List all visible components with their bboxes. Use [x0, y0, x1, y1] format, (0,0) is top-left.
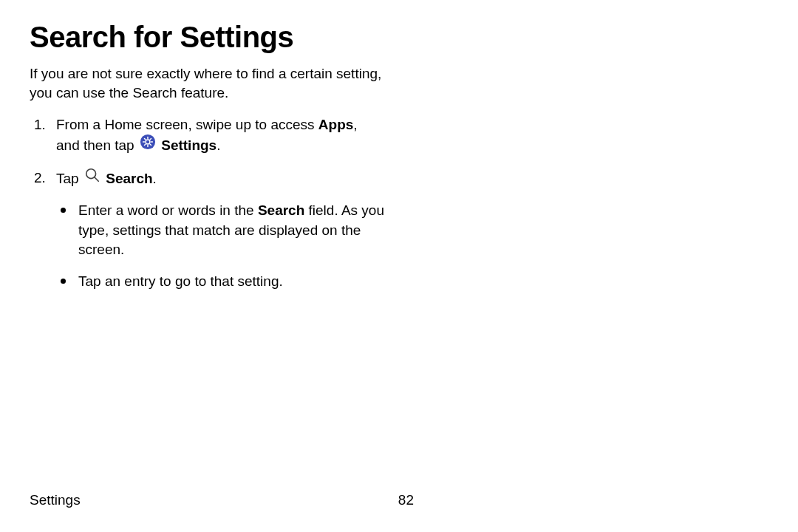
step-2-search-bold: Search	[106, 171, 152, 186]
substep-1-text-a: Enter a word or words in the	[78, 202, 258, 218]
step-2-period: .	[153, 171, 157, 186]
steps-list: From a Home screen, swipe up to access A…	[30, 115, 384, 291]
page-title: Search for Settings	[30, 21, 384, 54]
step-2-text-a: Tap	[56, 171, 83, 186]
svg-line-6	[144, 138, 145, 139]
intro-paragraph: If you are not sure exactly where to fin…	[30, 64, 384, 102]
search-icon	[84, 167, 100, 189]
settings-icon	[140, 134, 156, 156]
page-footer: Settings 82	[30, 492, 414, 508]
step-2: Tap Search. Enter a word or words in the…	[30, 168, 384, 291]
substeps-list: Enter a word or words in the Search fiel…	[56, 201, 384, 291]
substep-1-search-bold: Search	[258, 202, 304, 218]
step-1: From a Home screen, swipe up to access A…	[30, 115, 384, 157]
step-1-period: .	[216, 137, 220, 153]
document-page: Search for Settings If you are not sure …	[0, 0, 414, 291]
step-1-settings-bold: Settings	[161, 137, 216, 153]
svg-line-9	[150, 138, 151, 139]
step-1-text-a: From a Home screen, swipe up to access	[56, 117, 318, 132]
svg-line-11	[95, 177, 99, 182]
svg-line-8	[144, 144, 145, 145]
svg-line-7	[150, 144, 151, 145]
step-1-apps-bold: Apps	[318, 117, 354, 132]
footer-page-number: 82	[398, 492, 414, 508]
footer-section-label: Settings	[30, 492, 81, 508]
substep-1: Enter a word or words in the Search fiel…	[56, 201, 384, 260]
substep-2: Tap an entry to go to that setting.	[56, 272, 384, 292]
